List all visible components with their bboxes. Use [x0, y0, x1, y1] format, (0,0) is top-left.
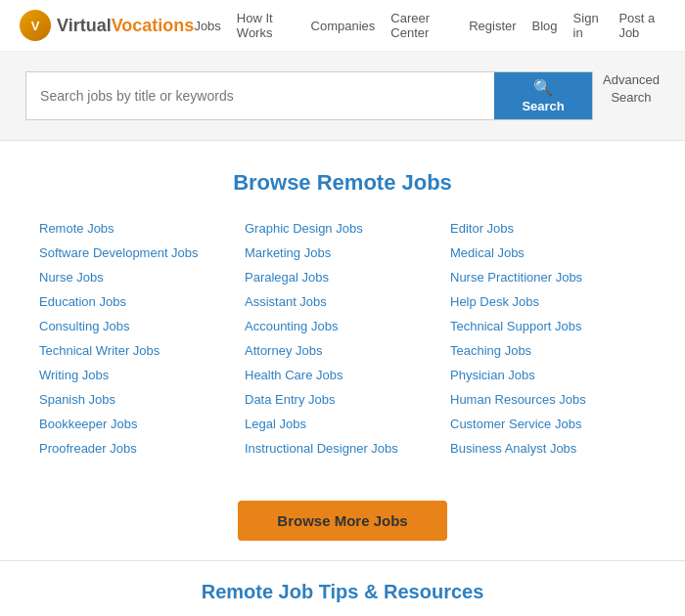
nav-sign-in[interactable]: Sign in: [573, 11, 604, 40]
search-section: 🔍 Search AdvancedSearch: [0, 52, 685, 141]
nav-post-job[interactable]: Post a Job: [618, 11, 665, 40]
nav-register[interactable]: Register: [469, 19, 516, 33]
header: V VirtualVocations Jobs How It Works Com…: [0, 0, 685, 52]
nav-blog[interactable]: Blog: [532, 19, 558, 33]
job-link[interactable]: Marketing Jobs: [245, 243, 440, 262]
logo-vocations: Vocations: [112, 16, 195, 35]
job-link[interactable]: Bookkeeper Jobs: [39, 415, 235, 433]
search-button-label: Search: [522, 99, 564, 113]
nav-companies[interactable]: Companies: [311, 19, 376, 33]
job-link[interactable]: Nurse Practitioner Jobs: [450, 268, 646, 286]
search-input[interactable]: [26, 72, 494, 119]
job-link[interactable]: Spanish Jobs: [39, 390, 235, 409]
browse-more-button[interactable]: Browse More Jobs: [238, 501, 446, 541]
browse-title: Browse Remote Jobs: [39, 170, 646, 196]
nav-jobs[interactable]: Jobs: [194, 19, 220, 33]
job-link[interactable]: Proofreader Jobs: [39, 439, 235, 458]
job-link[interactable]: Technical Support Jobs: [450, 317, 646, 335]
job-link[interactable]: Accounting Jobs: [245, 317, 440, 335]
browse-more-container: Browse More Jobs: [0, 477, 685, 560]
browse-section: Browse Remote Jobs Remote JobsGraphic De…: [0, 141, 685, 477]
job-link[interactable]: Assistant Jobs: [245, 292, 440, 311]
job-link[interactable]: Graphic Design Jobs: [245, 219, 440, 238]
job-link[interactable]: Human Resources Jobs: [450, 390, 646, 409]
advanced-search-link[interactable]: AdvancedSearch: [603, 71, 660, 120]
job-link[interactable]: Attorney Jobs: [245, 341, 440, 360]
job-link[interactable]: Instructional Designer Jobs: [245, 439, 440, 458]
job-link[interactable]: Physician Jobs: [450, 366, 646, 384]
job-link[interactable]: Business Analyst Jobs: [450, 439, 646, 458]
job-link[interactable]: Editor Jobs: [450, 219, 646, 238]
job-link[interactable]: Medical Jobs: [450, 243, 646, 262]
job-link[interactable]: Customer Service Jobs: [450, 415, 646, 433]
nav-career-center[interactable]: Career Center: [390, 11, 453, 40]
logo-text: VirtualVocations: [57, 16, 194, 36]
job-links-grid: Remote JobsGraphic Design JobsEditor Job…: [39, 219, 646, 458]
tips-section: Remote Job Tips & Resources The 5 Best D…: [0, 560, 685, 616]
tips-title: Remote Job Tips & Resources: [20, 581, 665, 603]
search-box: 🔍 Search: [25, 71, 593, 120]
job-link[interactable]: Technical Writer Jobs: [39, 341, 235, 360]
search-icon: 🔍: [533, 78, 553, 97]
job-link[interactable]: Consulting Jobs: [39, 317, 235, 335]
job-link[interactable]: Health Care Jobs: [245, 366, 440, 384]
logo[interactable]: V VirtualVocations: [20, 10, 194, 41]
job-link[interactable]: Paralegal Jobs: [245, 268, 440, 286]
job-link[interactable]: Legal Jobs: [245, 415, 440, 433]
job-link[interactable]: Teaching Jobs: [450, 341, 646, 360]
job-link[interactable]: Remote Jobs: [39, 219, 235, 238]
logo-icon: V: [20, 10, 51, 41]
job-link[interactable]: Software Development Jobs: [39, 243, 235, 262]
job-link[interactable]: Education Jobs: [39, 292, 235, 311]
main-nav: Jobs How It Works Companies Career Cente…: [194, 11, 665, 40]
job-link[interactable]: Writing Jobs: [39, 366, 235, 384]
job-link[interactable]: Data Entry Jobs: [245, 390, 440, 409]
logo-virtual: Virtual: [57, 16, 112, 35]
nav-how-it-works[interactable]: How It Works: [237, 11, 296, 40]
job-link[interactable]: Help Desk Jobs: [450, 292, 646, 311]
search-button[interactable]: 🔍 Search: [494, 72, 592, 119]
job-link[interactable]: Nurse Jobs: [39, 268, 235, 286]
